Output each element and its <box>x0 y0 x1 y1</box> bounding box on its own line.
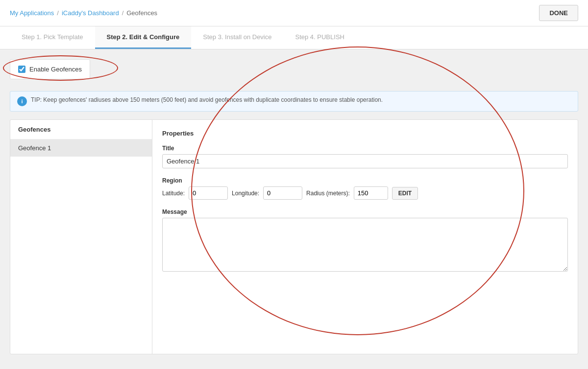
breadcrumb-dashboard[interactable]: iCaddy's Dashboard <box>62 9 119 17</box>
title-label: Title <box>162 145 568 152</box>
enable-geofences-checkbox[interactable] <box>18 66 25 73</box>
region-label: Region <box>162 177 568 184</box>
properties-panel-header: Properties <box>162 130 568 137</box>
radius-input[interactable] <box>354 186 388 200</box>
steps-bar: Step 1. Pick Template Step 2. Edit & Con… <box>0 26 588 49</box>
breadcrumb-my-applications[interactable]: My Applications <box>10 9 54 17</box>
geofence-list-item[interactable]: Geofence 1 <box>10 139 152 157</box>
breadcrumb: My Applications / iCaddy's Dashboard / G… <box>10 9 157 17</box>
page-wrapper: My Applications / iCaddy's Dashboard / G… <box>0 0 588 369</box>
geofences-panel-header: Geofences <box>10 120 152 139</box>
region-row: Latitude: Longitude: Radius (meters): ED… <box>162 186 568 200</box>
tip-bar: i TIP: Keep geofences' radiuses above 15… <box>10 91 578 112</box>
step-tab-1[interactable]: Step 1. Pick Template <box>10 26 95 49</box>
message-label: Message <box>162 208 568 215</box>
top-bar: My Applications / iCaddy's Dashboard / G… <box>0 0 588 26</box>
title-input[interactable] <box>162 154 568 168</box>
message-textarea[interactable] <box>162 218 568 272</box>
step-tab-2[interactable]: Step 2. Edit & Configure <box>95 26 192 49</box>
title-field-group: Title <box>162 145 568 168</box>
longitude-label: Longitude: <box>232 190 259 197</box>
step-tab-3[interactable]: Step 3. Install on Device <box>191 26 283 49</box>
breadcrumb-sep2: / <box>122 9 124 17</box>
latitude-label: Latitude: <box>162 190 185 197</box>
properties-panel: Properties Title Region Latitude: Longit… <box>152 120 578 354</box>
tip-text: TIP: Keep geofences' radiuses above 150 … <box>31 96 383 103</box>
latitude-input[interactable] <box>189 186 228 200</box>
info-icon: i <box>17 96 27 106</box>
enable-geofences-row: Enable Geofences <box>10 59 90 79</box>
edit-button[interactable]: EDIT <box>392 187 418 200</box>
step-tab-4[interactable]: Step 4. PUBLISH <box>284 26 356 49</box>
panel-container: Geofences Geofence 1 Properties Title Re… <box>10 119 578 354</box>
geofences-panel: Geofences Geofence 1 <box>10 120 152 354</box>
message-field-group: Message <box>162 208 568 273</box>
region-field-group: Region Latitude: Longitude: Radius (mete… <box>162 177 568 200</box>
done-button[interactable]: DONE <box>539 5 578 21</box>
bottom-bar: ADD ☞ REMOVE SAVE CHANGES <box>0 364 588 369</box>
radius-label: Radius (meters): <box>306 190 350 197</box>
breadcrumb-sep1: / <box>57 9 59 17</box>
enable-geofences-label[interactable]: Enable Geofences <box>29 66 82 73</box>
breadcrumb-current: Geofences <box>126 9 157 17</box>
longitude-input[interactable] <box>263 186 302 200</box>
main-content: Enable Geofences i TIP: Keep geofences' … <box>0 49 588 364</box>
